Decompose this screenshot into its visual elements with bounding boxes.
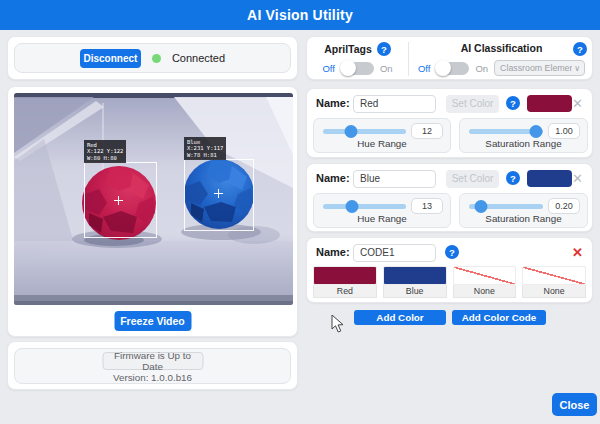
hue-range-label: Hue Range [314, 138, 450, 149]
slider-track[interactable] [323, 129, 406, 134]
mouse-cursor [331, 314, 344, 333]
code-slot-1[interactable]: Red [313, 266, 377, 298]
detection-label-blue: Blue X:231 Y:117 W:78 H:81 [184, 137, 226, 160]
camera-video-feed: Red X:122 Y:122 W:80 H:80 Blue X:231 Y:1… [14, 93, 293, 305]
hue-slider [323, 124, 406, 138]
code-slot-3[interactable]: None [453, 266, 517, 298]
saturation-value: 0.20 [548, 198, 580, 214]
color-panel-blue: Name: Set Color ? ✕ 13 Hue Range 0.20 Sa… [306, 163, 593, 232]
color-panel-header: Name: Set Color ? ✕ [307, 169, 592, 188]
code-slot-4[interactable]: None [522, 266, 586, 298]
code-name-input[interactable] [353, 244, 436, 262]
color-panel-header: Name: Set Color ? ✕ [307, 94, 592, 113]
remove-color-icon[interactable]: ✕ [572, 169, 583, 188]
toggle-knob [435, 60, 451, 76]
slot-color [383, 266, 447, 285]
apriltags-toggle-row: Off On [307, 60, 408, 76]
color-swatch [527, 95, 572, 112]
code-slot-2[interactable]: Blue [383, 266, 447, 298]
apriltags-section: AprilTags ? Off On [307, 37, 408, 81]
saturation-range-box: 1.00 Saturation Range [459, 118, 588, 153]
color-help-icon[interactable]: ? [506, 171, 520, 185]
hue-range-box: 12 Hue Range [313, 118, 451, 153]
saturation-range-label: Saturation Range [460, 213, 587, 224]
ai-classification-toggle-row: Off On Classroom Elements ∨ [409, 60, 594, 76]
feature-toggles-card: AprilTags ? Off On AI Classification ? O… [306, 36, 593, 80]
detection-coords: X:122 Y:122 [87, 148, 123, 155]
toggle-knob [340, 60, 356, 76]
saturation-slider [469, 199, 543, 213]
hue-slider-thumb[interactable] [346, 200, 359, 213]
apriltags-toggle[interactable] [341, 62, 374, 75]
remove-color-icon[interactable]: ✕ [572, 94, 583, 113]
crosshair-red [114, 196, 123, 205]
slot-none-diagonal [453, 266, 517, 285]
slot-label: Red [313, 285, 377, 298]
title-bar: AI Vision Utility [0, 0, 600, 30]
ai-classification-on-label: On [475, 63, 488, 74]
hue-value: 13 [411, 198, 443, 214]
ai-classification-title: AI Classification [409, 42, 594, 54]
apriltags-help-icon[interactable]: ? [377, 42, 391, 56]
slot-label: None [453, 285, 517, 298]
ai-classification-help-icon[interactable]: ? [573, 42, 587, 56]
detection-label-red: Red X:122 Y:122 W:80 H:80 [84, 140, 126, 163]
set-color-button[interactable]: Set Color [446, 170, 499, 188]
firmware-card: Firmware is Up to Date Version: 1.0.0.b1… [7, 341, 298, 390]
code-help-icon[interactable]: ? [445, 245, 459, 259]
saturation-range-box: 0.20 Saturation Range [459, 193, 588, 228]
connection-row: Disconnect Connected [14, 43, 291, 73]
close-button[interactable]: Close [552, 393, 597, 416]
saturation-slider-thumb[interactable] [529, 125, 542, 138]
apriltags-off-label: Off [322, 63, 335, 74]
set-color-button[interactable]: Set Color [446, 95, 499, 113]
chevron-down-icon: ∨ [574, 64, 580, 73]
color-code-panel: Name: ? ✕ Red Blue None None [306, 237, 593, 303]
saturation-slider [469, 124, 543, 138]
code-color-slots: Red Blue None None [313, 266, 586, 298]
page-title: AI Vision Utility [247, 7, 353, 23]
apriltags-on-label: On [380, 63, 393, 74]
hue-value: 12 [411, 123, 443, 139]
add-color-code-button[interactable]: Add Color Code [452, 310, 546, 325]
connection-status-label: Connected [172, 52, 225, 64]
hue-range-box: 13 Hue Range [313, 193, 451, 228]
saturation-slider-thumb[interactable] [474, 200, 487, 213]
name-label: Name: [316, 94, 350, 113]
video-card: Red X:122 Y:122 W:80 H:80 Blue X:231 Y:1… [7, 86, 298, 337]
apriltags-header: AprilTags ? [307, 42, 408, 56]
ai-classification-section: AI Classification ? Off On Classroom Ele… [409, 37, 594, 81]
hue-range-label: Hue Range [314, 213, 450, 224]
color-name-input[interactable] [353, 170, 436, 188]
remove-code-icon[interactable]: ✕ [572, 243, 583, 262]
detection-coords: X:231 Y:117 [187, 145, 223, 152]
color-name-input[interactable] [353, 95, 436, 113]
saturation-value: 1.00 [548, 123, 580, 139]
apriltags-title: AprilTags [324, 43, 372, 55]
detection-size: W:80 H:80 [87, 155, 123, 162]
slider-track[interactable] [323, 204, 406, 209]
slot-label: Blue [383, 285, 447, 298]
classification-dropdown[interactable]: Classroom Elements ∨ [494, 60, 585, 76]
hue-slider-thumb[interactable] [345, 125, 358, 138]
version-label: Version: 1.0.0.b16 [15, 372, 290, 383]
color-code-header: Name: ? ✕ [307, 243, 592, 262]
color-swatch [527, 170, 572, 187]
firmware-box: Firmware is Up to Date Version: 1.0.0.b1… [14, 348, 291, 384]
hue-slider [323, 199, 406, 213]
slot-none-diagonal [522, 266, 586, 285]
slot-label: None [522, 285, 586, 298]
add-color-button[interactable]: Add Color [354, 310, 446, 325]
disconnect-button[interactable]: Disconnect [80, 49, 141, 68]
freeze-video-button[interactable]: Freeze Video [114, 311, 191, 331]
ai-classification-toggle[interactable] [436, 62, 469, 75]
color-help-icon[interactable]: ? [506, 96, 520, 110]
crosshair-blue [214, 189, 223, 198]
classification-dropdown-value: Classroom Elements [500, 63, 572, 73]
connection-card: Disconnect Connected [7, 36, 298, 80]
detection-size: W:78 H:81 [187, 152, 223, 159]
color-panel-red: Name: Set Color ? ✕ 12 Hue Range 1.00 Sa… [306, 88, 593, 158]
connection-status-dot [152, 54, 161, 63]
slot-color [313, 266, 377, 285]
firmware-status-button[interactable]: Firmware is Up to Date [102, 352, 203, 370]
